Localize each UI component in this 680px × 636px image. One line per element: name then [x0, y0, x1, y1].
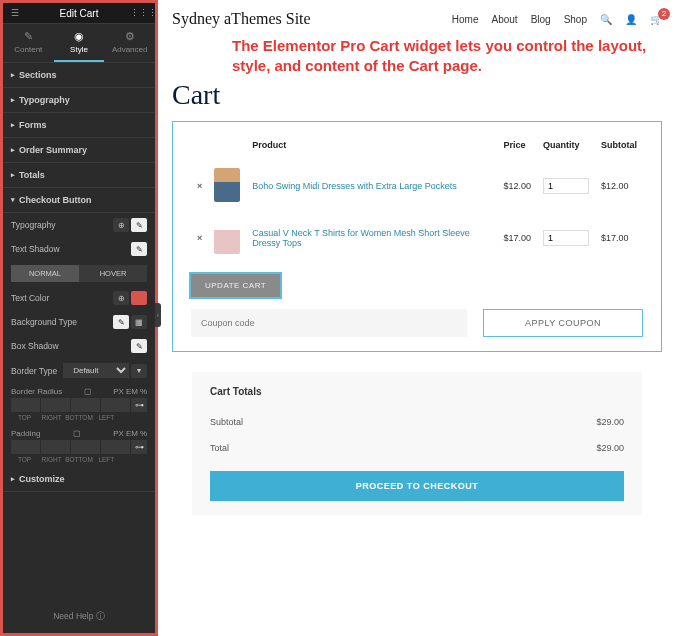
tab-label: Advanced [112, 45, 148, 54]
coupon-row: APPLY COUPON [191, 309, 643, 337]
pencil-icon: ✎ [3, 30, 54, 43]
quantity-input[interactable] [543, 178, 589, 194]
search-icon[interactable]: 🔍 [600, 14, 612, 25]
unit-pct[interactable]: % [140, 429, 147, 438]
tab-advanced[interactable]: ⚙Advanced [104, 24, 155, 62]
unit-pct[interactable]: % [140, 387, 147, 396]
section-customize[interactable]: ▸Customize [3, 467, 155, 492]
checkout-button[interactable]: PROCEED TO CHECKOUT [210, 471, 624, 501]
caret-right-icon: ▸ [11, 71, 15, 79]
menu-icon[interactable]: ☰ [9, 7, 21, 19]
dim-right[interactable] [41, 398, 70, 412]
product-link[interactable]: Boho Swing Midi Dresses with Extra Large… [252, 181, 457, 191]
edit-icon[interactable]: ✎ [131, 339, 147, 353]
row-label: Text Shadow [11, 244, 60, 254]
dim-bottom[interactable] [71, 398, 100, 412]
elementor-sidebar: ☰ Edit Cart ⋮⋮⋮ ✎Content ◉Style ⚙Advance… [0, 0, 158, 636]
dim-right[interactable] [41, 440, 70, 454]
row-label: Background Type [11, 317, 77, 327]
th-quantity: Quantity [537, 136, 595, 160]
row-label: Border Radius [11, 387, 62, 396]
sidebar-footer[interactable]: Need Help ⓘ [3, 601, 155, 633]
section-totals[interactable]: ▸Totals [3, 163, 155, 188]
remove-item[interactable]: × [197, 181, 202, 191]
state-toggle: NORMAL HOVER [3, 261, 155, 286]
subtotal-label: Subtotal [210, 417, 243, 427]
row-label: Typography [11, 220, 55, 230]
product-image[interactable] [214, 220, 240, 254]
link-icon[interactable]: ⊶ [131, 440, 147, 454]
color-swatch[interactable] [131, 291, 147, 305]
dim-top[interactable] [11, 440, 40, 454]
cart-icon[interactable]: 🛒2 [650, 14, 662, 25]
total-value: $29.00 [596, 443, 624, 453]
section-order-summary[interactable]: ▸Order Summary [3, 138, 155, 163]
nav-shop[interactable]: Shop [564, 14, 587, 25]
tab-content[interactable]: ✎Content [3, 24, 54, 62]
apply-coupon-button[interactable]: APPLY COUPON [483, 309, 643, 337]
dim-left[interactable] [101, 440, 130, 454]
subtotal-value: $29.00 [596, 417, 624, 427]
nav-blog[interactable]: Blog [531, 14, 551, 25]
section-typography[interactable]: ▸Typography [3, 88, 155, 113]
section-label: Sections [19, 70, 57, 80]
gradient-icon[interactable]: ▦ [131, 315, 147, 329]
unit-em[interactable]: EM [126, 429, 138, 438]
edit-icon[interactable]: ✎ [131, 242, 147, 256]
row-label: Border Type [11, 366, 57, 376]
row-typography: Typography ⊕ ✎ [3, 213, 155, 237]
border-type-select[interactable]: Default [63, 363, 129, 378]
dim-top[interactable] [11, 398, 40, 412]
coupon-input[interactable] [191, 309, 467, 337]
globe-icon[interactable]: ⊕ [113, 291, 129, 305]
section-label: Checkout Button [19, 195, 92, 205]
globe-icon[interactable]: ⊕ [113, 218, 129, 232]
product-link[interactable]: Casual V Neck T Shirts for Women Mesh Sh… [252, 228, 470, 248]
caret-right-icon: ▸ [11, 96, 15, 104]
edit-icon[interactable]: ✎ [131, 218, 147, 232]
th-product: Product [246, 136, 497, 160]
section-checkout-button[interactable]: ▾Checkout Button [3, 188, 155, 213]
caret-right-icon: ▸ [11, 475, 15, 483]
tab-label: Content [14, 45, 42, 54]
dim-left[interactable] [101, 398, 130, 412]
caret-right-icon: ▸ [11, 146, 15, 154]
toggle-hover[interactable]: HOVER [79, 265, 147, 282]
user-icon[interactable]: 👤 [625, 14, 637, 25]
main-nav: Home About Blog Shop 🔍 👤 🛒2 [452, 14, 662, 25]
cart-widget: Product Price Quantity Subtotal × Boho S… [172, 121, 662, 352]
tab-style[interactable]: ◉Style [54, 24, 105, 62]
row-text-color: Text Color ⊕ [3, 286, 155, 310]
product-image[interactable] [214, 168, 240, 202]
unit-em[interactable]: EM [126, 387, 138, 396]
section-sections[interactable]: ▸Sections [3, 63, 155, 88]
unit-px[interactable]: PX [113, 387, 124, 396]
gear-icon: ⚙ [104, 30, 155, 43]
section-label: Forms [19, 120, 47, 130]
th-price: Price [497, 136, 537, 160]
row-border-type: Border Type Default ▾ [3, 358, 155, 383]
help-icon: ⓘ [96, 611, 105, 621]
device-icon[interactable]: ▢ [73, 429, 81, 438]
table-row: × Boho Swing Midi Dresses with Extra Lar… [191, 160, 643, 212]
nav-home[interactable]: Home [452, 14, 479, 25]
nav-about[interactable]: About [491, 14, 517, 25]
toggle-normal[interactable]: NORMAL [11, 265, 79, 282]
quantity-input[interactable] [543, 230, 589, 246]
link-icon[interactable]: ⊶ [131, 398, 147, 412]
tab-label: Style [70, 45, 88, 54]
total-row: Total $29.00 [210, 435, 624, 461]
collapse-handle[interactable]: ‹ [155, 303, 161, 327]
unit-px[interactable]: PX [113, 429, 124, 438]
device-icon[interactable]: ▢ [84, 387, 92, 396]
section-forms[interactable]: ▸Forms [3, 113, 155, 138]
update-cart-button[interactable]: UPDATE CART [191, 274, 280, 297]
chevron-down-icon[interactable]: ▾ [131, 364, 147, 378]
remove-item[interactable]: × [197, 233, 202, 243]
padding-inputs: ⊶ [3, 440, 155, 456]
dim-bottom[interactable] [71, 440, 100, 454]
grid-icon[interactable]: ⋮⋮⋮ [137, 7, 149, 19]
brush-icon[interactable]: ✎ [113, 315, 129, 329]
table-row: × Casual V Neck T Shirts for Women Mesh … [191, 212, 643, 264]
dim-labels: TOPRIGHTBOTTOMLEFT [3, 456, 155, 467]
